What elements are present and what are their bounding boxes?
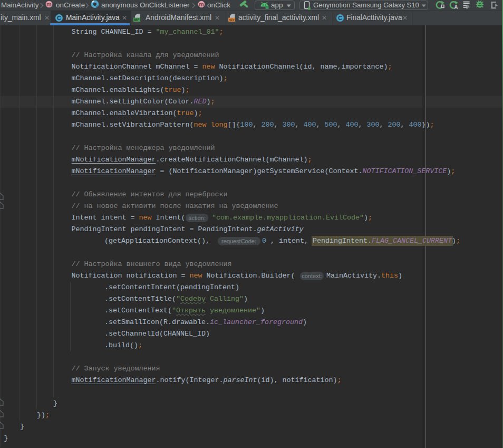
svg-text:C: C (338, 15, 342, 21)
svg-text:A: A (454, 4, 458, 10)
svg-text:C: C (57, 15, 61, 21)
svg-text:MF: MF (134, 18, 140, 22)
svg-text:</>: </> (229, 18, 234, 22)
svg-text:m: m (46, 1, 52, 7)
svg-text:m: m (199, 1, 204, 7)
